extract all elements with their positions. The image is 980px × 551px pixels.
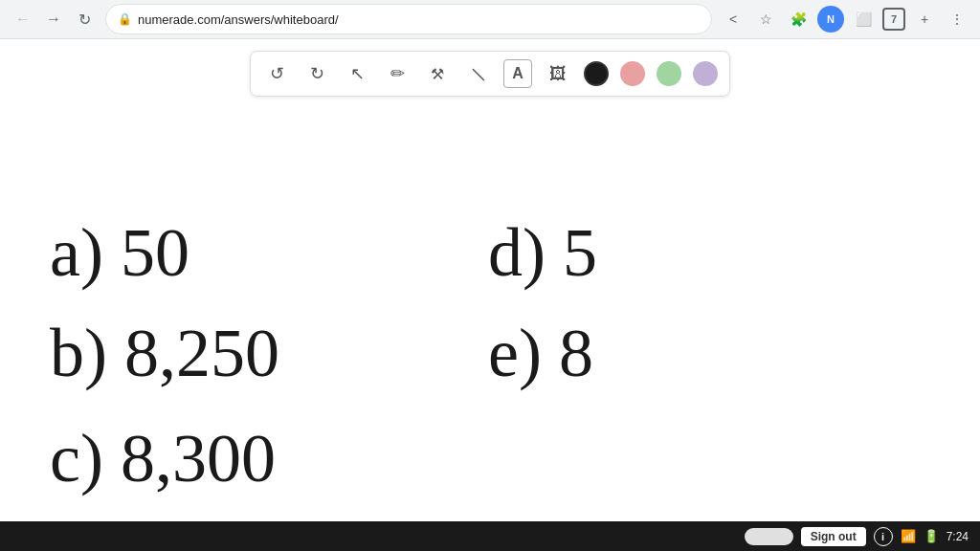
redo-button[interactable]: ↻ (302, 59, 331, 88)
taskbar-pill (745, 528, 793, 545)
line-tool-button[interactable]: | (457, 54, 498, 94)
main-content: ↺ ↻ ↖ ✏ ⚒ | A 🖼 a) 50 b) 8,250 c) 8,300 … (0, 39, 980, 521)
extension-puzzle-button[interactable]: 🧩 (785, 6, 812, 33)
tools-button[interactable]: ⚒ (423, 59, 452, 88)
whiteboard-canvas[interactable]: a) 50 b) 8,250 c) 8,300 d) 5 e) 8 (0, 97, 980, 521)
whiteboard-svg: a) 50 b) 8,250 c) 8,300 d) 5 e) 8 (0, 97, 980, 521)
profile-icon[interactable]: N (817, 6, 844, 33)
info-icon: i (874, 527, 893, 546)
address-bar[interactable]: 🔒 numerade.com/answers/whiteboard/ (105, 4, 712, 34)
svg-text:c) 8,300: c) 8,300 (50, 420, 276, 496)
svg-text:e) 8: e) 8 (488, 315, 593, 391)
svg-text:d) 5: d) 5 (488, 214, 597, 291)
tab-count-badge[interactable]: 7 (882, 8, 905, 31)
select-tool-button[interactable]: ↖ (343, 59, 371, 88)
lock-icon: 🔒 (118, 12, 132, 26)
svg-text:b) 8,250: b) 8,250 (50, 315, 279, 391)
refresh-button[interactable]: ↻ (71, 6, 98, 33)
color-black-swatch[interactable] (584, 61, 609, 86)
url-text: numerade.com/answers/whiteboard/ (138, 12, 700, 27)
battery-icon: 🔋 (924, 529, 939, 543)
share-button[interactable]: < (720, 6, 746, 33)
taskbar: Sign out i 📶 🔋 7:24 (0, 521, 980, 551)
text-tool-button[interactable]: A (503, 59, 532, 88)
image-tool-button[interactable]: 🖼 (544, 59, 572, 88)
browser-chrome: ← → ↻ 🔒 numerade.com/answers/whiteboard/… (0, 0, 980, 39)
wifi-icon: 📶 (901, 529, 916, 543)
sign-out-button[interactable]: Sign out (801, 527, 866, 546)
new-tab-button[interactable]: + (911, 6, 938, 33)
svg-text:a) 50: a) 50 (50, 214, 189, 291)
browser-actions: < ☆ 🧩 N ⬜ 7 + ⋮ (720, 6, 970, 33)
pencil-tool-button[interactable]: ✏ (383, 59, 412, 88)
color-lavender-swatch[interactable] (693, 61, 718, 86)
window-button[interactable]: ⬜ (850, 6, 877, 33)
nav-buttons: ← → ↻ (10, 6, 98, 33)
back-button[interactable]: ← (10, 6, 36, 33)
time-display: 7:24 (947, 530, 969, 543)
color-green-swatch[interactable] (657, 61, 681, 86)
menu-button[interactable]: ⋮ (944, 6, 970, 33)
undo-button[interactable]: ↺ (262, 59, 291, 88)
forward-button[interactable]: → (40, 6, 67, 33)
drawing-toolbar: ↺ ↻ ↖ ✏ ⚒ | A 🖼 (250, 51, 730, 97)
bookmark-button[interactable]: ☆ (752, 6, 779, 33)
color-pink-swatch[interactable] (620, 61, 645, 86)
